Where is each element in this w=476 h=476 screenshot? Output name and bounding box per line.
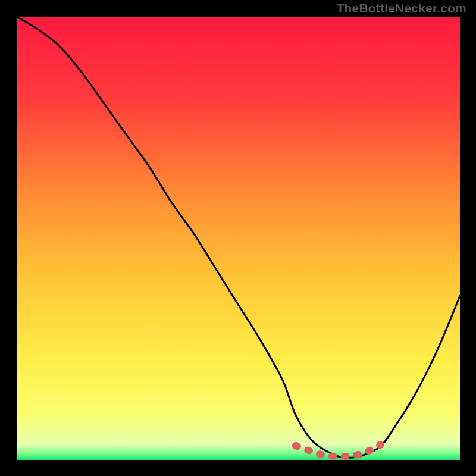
chart-plot-area <box>17 17 460 460</box>
watermark-label: TheBottleNecker.com <box>336 1 466 15</box>
gradient-background <box>17 17 460 460</box>
optimal-band-end-0 <box>292 442 300 450</box>
bottleneck-chart: TheBottleNecker.com <box>0 0 476 476</box>
chart-svg <box>17 17 460 460</box>
optimal-band-end-1 <box>376 441 384 449</box>
